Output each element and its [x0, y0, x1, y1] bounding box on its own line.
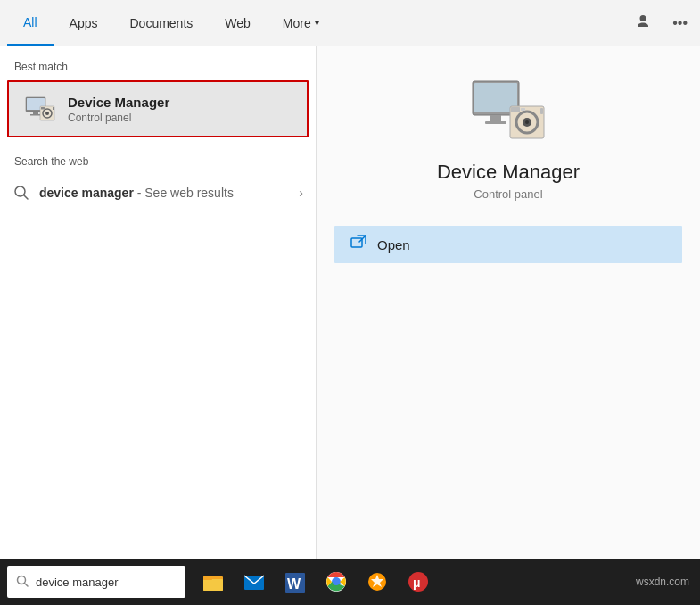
svg-rect-28 — [203, 576, 212, 580]
open-external-icon — [350, 235, 366, 254]
svg-line-25 — [25, 583, 29, 586]
svg-line-10 — [24, 195, 29, 200]
right-panel: Device Manager Control panel Open — [317, 46, 700, 559]
tab-all-label: All — [23, 15, 37, 29]
taskbar-search-box[interactable] — [7, 566, 185, 598]
tab-web-label: Web — [225, 16, 251, 30]
best-match-text: Device Manager Control panel — [68, 95, 169, 124]
svg-text:μ: μ — [413, 576, 421, 590]
web-arrow-icon: › — [299, 186, 303, 200]
nav-tabs: All Apps Documents Web More ▾ — [7, 0, 335, 46]
taskbar-torrent[interactable]: μ — [399, 563, 437, 601]
device-manager-icon — [21, 91, 57, 127]
web-query: device manager — [39, 186, 134, 200]
taskbar-settings-icon — [366, 570, 389, 593]
main-area: Best match D — [0, 46, 700, 559]
web-section-label: Search the web — [0, 152, 316, 175]
open-action-label: Open — [377, 237, 410, 253]
svg-point-6 — [45, 112, 49, 115]
best-match-subtitle: Control panel — [68, 112, 169, 124]
tab-more-label: More — [283, 16, 311, 30]
svg-rect-21 — [521, 108, 525, 111]
tab-more[interactable]: More ▾ — [267, 0, 335, 46]
svg-rect-8 — [53, 107, 54, 110]
search-icon-svg — [16, 575, 29, 587]
tab-apps-label: Apps — [70, 16, 98, 30]
taskbar-mail[interactable] — [235, 563, 273, 601]
svg-rect-20 — [540, 108, 543, 114]
taskbar-search-input[interactable] — [36, 576, 185, 589]
detail-icon — [468, 73, 548, 145]
detail-device-manager-svg — [469, 74, 548, 144]
file-explorer-icon — [202, 570, 225, 593]
top-nav: All Apps Documents Web More ▾ ••• — [0, 0, 700, 46]
svg-rect-22 — [351, 238, 362, 247]
svg-rect-13 — [490, 115, 501, 121]
svg-point-18 — [525, 120, 529, 124]
nav-right-icons: ••• — [630, 10, 693, 37]
web-search-item[interactable]: device manager - See web results › — [0, 175, 316, 211]
svg-rect-2 — [33, 112, 38, 114]
detail-subtitle: Control panel — [474, 187, 542, 201]
web-section: Search the web device manager - See web … — [0, 145, 316, 214]
search-circle-icon — [12, 184, 30, 202]
svg-text:W: W — [287, 576, 301, 592]
open-action-item[interactable]: Open — [334, 226, 682, 263]
taskbar-file-explorer[interactable] — [194, 563, 232, 601]
best-match-title: Device Manager — [68, 95, 169, 110]
tab-documents-label: Documents — [129, 16, 193, 30]
svg-rect-3 — [30, 114, 41, 116]
svg-rect-14 — [485, 121, 506, 124]
open-icon-svg — [350, 235, 366, 251]
taskbar-search-icon — [16, 575, 29, 590]
svg-point-34 — [333, 578, 340, 585]
tab-documents[interactable]: Documents — [113, 0, 209, 46]
user-icon-button[interactable] — [630, 10, 656, 37]
web-suffix: - See web results — [134, 186, 234, 200]
chevron-down-icon: ▾ — [315, 18, 319, 28]
taskbar-apps: W μ — [194, 563, 437, 601]
user-icon — [635, 13, 651, 29]
more-options-button[interactable]: ••• — [667, 12, 693, 35]
device-manager-svg — [22, 92, 56, 126]
svg-rect-19 — [511, 107, 520, 112]
web-item-text: device manager - See web results — [39, 186, 299, 200]
taskbar: W μ — [0, 559, 700, 605]
taskbar-watermark: wsxdn.com — [636, 576, 689, 588]
svg-rect-7 — [41, 107, 45, 110]
tab-all[interactable]: All — [7, 0, 54, 46]
taskbar-settings[interactable] — [358, 563, 396, 601]
tab-apps[interactable]: Apps — [54, 0, 114, 46]
taskbar-word[interactable]: W — [276, 563, 314, 601]
torrent-icon: μ — [407, 570, 430, 593]
left-panel: Best match D — [0, 46, 317, 559]
mail-icon — [243, 570, 266, 593]
ellipsis-icon: ••• — [672, 15, 688, 30]
detail-title: Device Manager — [437, 161, 580, 184]
svg-rect-27 — [203, 579, 223, 591]
chrome-icon — [325, 570, 348, 593]
word-icon: W — [284, 570, 307, 593]
taskbar-chrome[interactable] — [317, 563, 355, 601]
search-icon — [13, 185, 29, 201]
best-match-item[interactable]: Device Manager Control panel — [7, 80, 309, 137]
best-match-label: Best match — [0, 57, 316, 80]
tab-web[interactable]: Web — [209, 0, 267, 46]
